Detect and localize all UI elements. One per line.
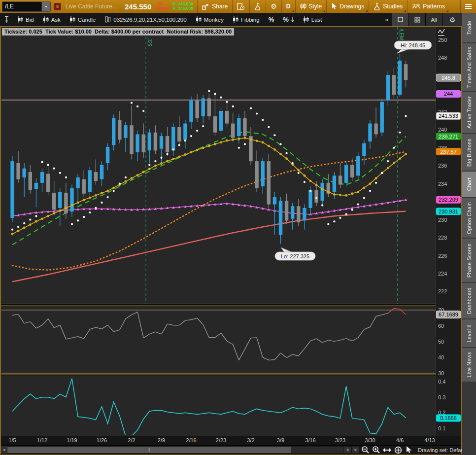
horizontal-expand-icon: [382, 447, 392, 453]
all-charts-button[interactable]: All: [425, 13, 442, 26]
sidebar-tab-chart[interactable]: Chart: [462, 172, 476, 197]
pin-icon: [4, 16, 9, 23]
candle-style-toggle[interactable]: Candle: [65, 13, 100, 26]
contract-info-bar: Ticksize: 0.025 Tick Value: $10.00 Delta…: [2, 28, 234, 35]
cursor-icon: [331, 3, 337, 10]
pan-mode-button[interactable]: [393, 446, 403, 454]
chart-toolbar: Bid Ask Candle 032526.9,20,21X,50,100,20…: [0, 13, 462, 26]
scroll-left-button[interactable]: ◄: [344, 447, 351, 453]
menu-icon: [465, 3, 472, 10]
style-label: Style: [309, 3, 322, 10]
studies-button[interactable]: Studies: [369, 0, 407, 13]
sidebar-tab-times-and-sales[interactable]: Times And Sales: [462, 43, 476, 91]
sidebar-tab-label: Trade: [466, 21, 472, 35]
ask-toggle-label: Ask: [51, 17, 61, 23]
candle-icon: [17, 16, 23, 23]
sidebar-tab-label: Phase Scores: [466, 244, 472, 278]
chart-settings-button[interactable]: ⚙: [266, 0, 281, 13]
cursor-mode-button[interactable]: [404, 446, 413, 454]
timeframe-label: D: [286, 3, 291, 10]
sidebar-tab-level-ii[interactable]: Level II: [462, 319, 476, 347]
sidebar-tab-big-buttons[interactable]: Big Buttons: [462, 134, 476, 171]
sidebar-tab-option-chain[interactable]: Option Chain: [462, 198, 476, 238]
style-button[interactable]: Style: [296, 0, 327, 13]
gear-icon: ⚙: [271, 2, 277, 10]
change-percent-value: -0.10%: [155, 6, 169, 11]
candle-icon: [303, 16, 309, 23]
symbol-value[interactable]: /LE: [2, 3, 41, 10]
pin-toolbar-button[interactable]: [0, 13, 13, 26]
test-tubes-icon: [104, 16, 111, 23]
alerts-badge[interactable]: 6: [54, 3, 61, 10]
zoom-in-button[interactable]: [372, 446, 381, 454]
all-label: All: [431, 17, 437, 23]
sidebar-tab-active-trader[interactable]: Active Trader: [462, 92, 476, 133]
single-chart-layout-button[interactable]: [392, 13, 408, 26]
toolbar-overflow-button[interactable]: »: [381, 16, 392, 23]
last-price: 245.550: [125, 2, 151, 11]
oscillator-panel[interactable]: [1, 306, 436, 374]
candle-icon: [69, 16, 75, 23]
fibbing-study-toggle[interactable]: Fibbing: [228, 13, 264, 26]
share-button[interactable]: Share: [198, 0, 232, 13]
main-price-panel[interactable]: [1, 27, 436, 304]
sidebar-tab-label: Times And Sales: [466, 47, 472, 88]
drawing-set-label: Drawing set: Default: [418, 447, 467, 453]
drawings-label: Drawings: [340, 3, 364, 10]
arrow-cursor-icon: [406, 446, 412, 454]
grid-icon: [414, 17, 420, 23]
ratio-panel[interactable]: [1, 376, 436, 436]
share-label: Share: [212, 3, 228, 10]
toolbar-menu-button[interactable]: [461, 0, 476, 13]
sidebar-tab-live-news[interactable]: Live News: [462, 348, 476, 382]
percent-change-toggle[interactable]: %: [278, 13, 299, 26]
dropdown-corner: [323, 10, 325, 12]
quick-study-button[interactable]: [250, 0, 266, 13]
dropdown-corner: [404, 10, 406, 12]
percent-scale-toggle[interactable]: %: [264, 13, 279, 26]
last-line-toggle[interactable]: Last: [299, 13, 327, 26]
symbol-description: Live Cattle Future…: [66, 3, 121, 10]
sidebar-tab-phase-scores[interactable]: Phase Scores: [462, 239, 476, 282]
symbol-dropdown-button[interactable]: ▼: [41, 2, 50, 11]
sidebar-tab-trade[interactable]: Trade: [462, 13, 476, 42]
percent-alt-label: %: [283, 16, 289, 23]
ask-line-toggle[interactable]: Ask: [38, 13, 65, 26]
studies-summary-button[interactable]: 032526.9,20,21X,50,100,200: [100, 13, 191, 26]
candle-toggle-label: Candle: [78, 17, 96, 23]
studies-label: Studies: [383, 3, 403, 10]
report-calendar-icon: [237, 3, 245, 10]
grid-layout-button[interactable]: [408, 13, 425, 26]
gear-icon: ⚙: [449, 16, 456, 24]
scroll-right-button[interactable]: ►: [352, 447, 359, 453]
bid-ask: B: 245.500 A: 245.500: [172, 2, 193, 11]
reports-button[interactable]: [233, 0, 249, 13]
dropdown-corner: [292, 10, 294, 12]
time-axis[interactable]: [1, 436, 461, 445]
monkey-study-toggle[interactable]: Monkey: [191, 13, 228, 26]
patterns-label: Patterns: [423, 3, 445, 10]
sidebar-tab-label: Dashboard: [466, 287, 472, 314]
pattern-wave-icon: [412, 3, 420, 10]
percent-label: %: [269, 16, 274, 23]
zoom-out-button[interactable]: [361, 446, 370, 454]
candle-icon: [196, 16, 202, 23]
bid-line-toggle[interactable]: Bid: [13, 13, 38, 26]
scrollbar-handle[interactable]: [7, 447, 291, 453]
fibbing-toggle-label: Fibbing: [241, 17, 260, 23]
drawings-button[interactable]: Drawings: [327, 0, 369, 13]
symbol-input[interactable]: /LE ▼: [2, 1, 51, 12]
scroll-left-edge-button[interactable]: ◄: [1, 446, 7, 454]
sidebar-tab-dashboard[interactable]: Dashboard: [462, 283, 476, 318]
toolbar-gear-button[interactable]: ⚙: [442, 13, 462, 26]
flask-icon: [374, 3, 380, 10]
patterns-button[interactable]: Patterns: [408, 0, 449, 13]
style-candles-icon: [300, 3, 306, 10]
expand-horizontal-button[interactable]: [382, 446, 392, 454]
sidebar-tab-label: Active Trader: [466, 96, 472, 129]
price-change: -.25 -0.10%: [155, 2, 169, 11]
price-axis[interactable]: [436, 27, 461, 436]
main-toolbar: /LE ▼ 6 Live Cattle Future… 245.550 -.25…: [0, 0, 476, 13]
time-scrollbar[interactable]: [7, 447, 343, 453]
timeframe-button[interactable]: D: [282, 0, 295, 13]
